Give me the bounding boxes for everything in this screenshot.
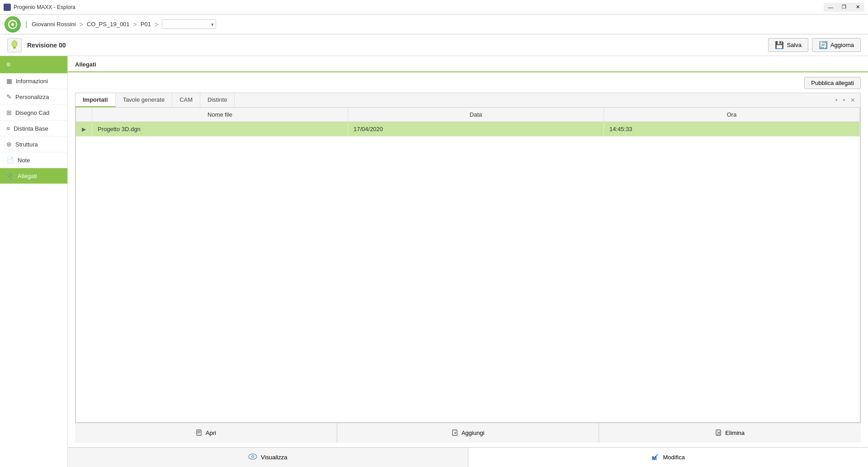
expander-icon: ▶ [82, 126, 86, 132]
disegno-cad-icon: ⊞ [6, 109, 12, 116]
allegati-top: Pubblica allegati [75, 77, 861, 89]
visualizza-icon [248, 453, 257, 462]
sidebar-label-struttura: Struttura [15, 141, 38, 148]
sidebar-menu-button[interactable]: ≡ [0, 56, 67, 73]
row-expander[interactable]: ▶ [76, 122, 92, 136]
save-button[interactable]: 💾 Salva [768, 38, 808, 52]
sidebar-item-personalizza[interactable]: ✎ Personalizza [0, 89, 67, 105]
breadcrumb-user[interactable]: Giovanni Rossini [32, 21, 76, 28]
save-icon: 💾 [775, 41, 784, 49]
svg-point-11 [252, 456, 254, 457]
tab-tavole-generate[interactable]: Tavole generate [116, 93, 173, 107]
col-nome-file: Nome file [92, 108, 348, 122]
breadcrumb-sep3: > [154, 21, 159, 28]
window-controls: — ❐ ✕ [824, 3, 864, 12]
aggiungi-label: Aggiungi [462, 429, 485, 436]
modifica-button[interactable]: M Modifica [468, 448, 868, 467]
sidebar-label-allegati: Allegati [18, 173, 37, 179]
sidebar-item-informazioni[interactable]: ▦ Informazioni [0, 73, 67, 89]
svg-rect-4 [14, 48, 16, 49]
aggiungi-button[interactable]: Aggiungi [337, 423, 599, 443]
window-title: Progenio MAXX - Esplora [14, 4, 75, 10]
minimize-button[interactable]: — [824, 3, 837, 12]
svg-point-1 [11, 23, 14, 26]
elimina-button[interactable]: Elimina [599, 423, 861, 443]
sidebar-item-note[interactable]: 📄 Note [0, 152, 67, 168]
tab-controls: • • ✕ [833, 96, 860, 104]
tab-importati[interactable]: Importati [75, 93, 116, 107]
tab-distinte[interactable]: Distinte [200, 93, 235, 107]
breadcrumb-dropdown-wrap[interactable] [162, 19, 216, 29]
titlebar: Progenio MAXX - Esplora — ❐ ✕ [0, 0, 868, 14]
col-ora: Ora [604, 108, 860, 122]
app-icon [4, 4, 11, 11]
apri-label: Apri [206, 429, 216, 436]
row-data: 17/04/2020 [348, 122, 604, 136]
elimina-label: Elimina [725, 429, 745, 436]
svg-text:M: M [652, 455, 657, 461]
section-title: Allegati [75, 61, 96, 68]
content-area: Allegati Pubblica allegati Importati Tav… [68, 56, 868, 467]
struttura-icon: ⊛ [6, 141, 12, 148]
sidebar-label-disegno-cad: Disegno Cad [15, 109, 49, 116]
close-button[interactable]: ✕ [851, 3, 864, 12]
tab-unpin-button[interactable]: • [840, 96, 847, 104]
row-ora: 14:45:33 [604, 122, 860, 136]
tab-pin-button[interactable]: • [833, 96, 840, 104]
breadcrumb-level[interactable]: P01 [141, 21, 151, 28]
logo [5, 16, 21, 33]
restore-button[interactable]: ❐ [837, 3, 851, 12]
refresh-icon: 🔄 [819, 41, 828, 49]
footer-bar: Visualizza M Modifica [68, 447, 868, 467]
bulb-icon [7, 38, 22, 52]
allegati-section: Pubblica allegati Importati Tavole gener… [68, 72, 868, 447]
aggiungi-icon [452, 429, 459, 437]
cursor-icon: | [25, 20, 27, 28]
sidebar-label-distinta-base: Distinta Base [14, 125, 48, 132]
svg-rect-6 [197, 430, 201, 435]
pubblica-allegati-button[interactable]: Pubblica allegati [804, 77, 861, 89]
tab-close-button[interactable]: ✕ [848, 96, 858, 104]
tab-cam[interactable]: CAM [172, 93, 200, 107]
svg-rect-3 [13, 47, 16, 48]
apri-button[interactable]: Apri [75, 423, 337, 443]
tabs-container: Importati Tavole generate CAM Distinte •… [75, 93, 861, 423]
allegati-icon: 📎 [6, 172, 14, 179]
sidebar-item-struttura[interactable]: ⊛ Struttura [0, 137, 67, 152]
refresh-button[interactable]: 🔄 Aggiorna [812, 38, 861, 52]
sidebar-item-allegati[interactable]: 📎 Allegati [0, 168, 67, 184]
sidebar-item-disegno-cad[interactable]: ⊞ Disegno Cad [0, 105, 67, 121]
file-table: Nome file Data Ora ▶ Progetto 3D.dgn 17/… [75, 108, 860, 423]
breadcrumb-bar: | Giovanni Rossini > CO_PS_19_001 > P01 … [0, 14, 868, 34]
breadcrumb-dropdown[interactable] [162, 19, 216, 29]
revision-bar: Revisione 00 💾 Salva 🔄 Aggiorna [0, 34, 868, 56]
main-layout: ≡ ▦ Informazioni ✎ Personalizza ⊞ Disegn… [0, 56, 868, 467]
table-header: Nome file Data Ora [76, 108, 860, 122]
elimina-icon [715, 429, 722, 437]
col-expander [76, 108, 92, 122]
modifica-label: Modifica [663, 454, 685, 461]
sidebar-label-informazioni: Informazioni [16, 78, 48, 85]
visualizza-label: Visualizza [261, 454, 287, 461]
col-data: Data [348, 108, 604, 122]
table-row[interactable]: ▶ Progetto 3D.dgn 17/04/2020 14:45:33 [76, 122, 860, 137]
svg-point-2 [12, 41, 17, 47]
sidebar: ≡ ▦ Informazioni ✎ Personalizza ⊞ Disegn… [0, 56, 68, 467]
tabs-header: Importati Tavole generate CAM Distinte •… [75, 93, 860, 108]
distinta-base-icon: ≡ [6, 125, 10, 132]
save-label: Salva [787, 42, 802, 48]
breadcrumb-sep1: > [79, 21, 84, 28]
sidebar-item-distinta-base[interactable]: ≡ Distinta Base [0, 121, 67, 137]
sidebar-label-note: Note [18, 157, 30, 164]
sidebar-label-personalizza: Personalizza [15, 94, 49, 100]
row-nome-file: Progetto 3D.dgn [92, 122, 348, 136]
refresh-label: Aggiorna [830, 42, 854, 48]
apri-icon [196, 429, 203, 437]
action-bar: Apri Aggiungi Elimina [75, 423, 861, 443]
breadcrumb-project[interactable]: CO_PS_19_001 [87, 21, 130, 28]
visualizza-button[interactable]: Visualizza [68, 448, 468, 467]
table-body: ▶ Progetto 3D.dgn 17/04/2020 14:45:33 [76, 122, 860, 422]
personalizza-icon: ✎ [6, 93, 12, 100]
content-header: Allegati [68, 56, 868, 72]
modifica-icon: M [651, 453, 660, 462]
